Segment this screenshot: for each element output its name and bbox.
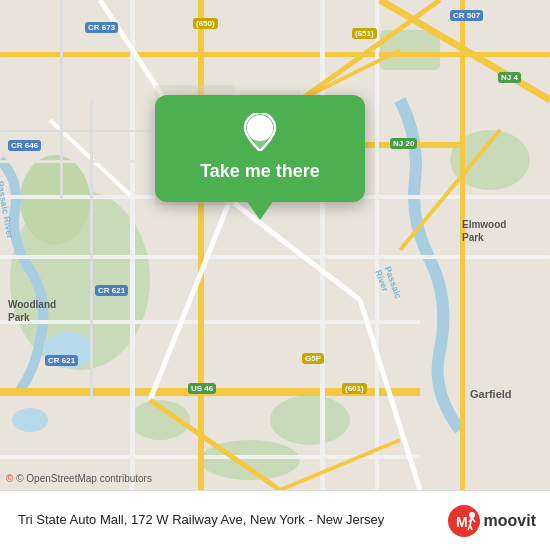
svg-text:M: M (456, 514, 468, 530)
svg-rect-13 (0, 255, 550, 259)
svg-rect-18 (320, 0, 325, 490)
address-text: Tri State Auto Mall, 172 W Railway Ave, … (18, 511, 448, 529)
svg-point-44 (469, 512, 475, 518)
svg-rect-17 (198, 0, 204, 490)
info-bar: Tri State Auto Mall, 172 W Railway Ave, … (0, 490, 550, 550)
svg-rect-36 (90, 100, 93, 400)
us46-badge: US 46 (188, 383, 216, 394)
location-popup[interactable]: Take me there (155, 95, 365, 202)
svg-point-2 (20, 155, 90, 245)
601-badge: (601) (342, 383, 367, 394)
svg-rect-35 (60, 0, 63, 200)
svg-rect-20 (375, 0, 379, 490)
svg-rect-34 (0, 130, 150, 132)
moovit-text: moovit (484, 512, 536, 530)
svg-point-9 (12, 408, 48, 432)
take-me-there-button[interactable]: Take me there (200, 161, 320, 182)
651-badge: (651) (352, 28, 377, 39)
osm-credit: © © OpenStreetMap contributors (6, 473, 152, 484)
map-svg (0, 0, 550, 490)
cr621-badge-2: CR 621 (45, 355, 78, 366)
cr621-badge-1: CR 621 (95, 285, 128, 296)
map-container[interactable]: CR 673 CR 507 CR 646 CR 621 CR 621 NJ 4 … (0, 0, 550, 490)
650-badge: (650) (193, 18, 218, 29)
pin-icon (241, 113, 279, 151)
cr673-badge: CR 673 (85, 22, 118, 33)
osm-logo: © (6, 473, 13, 484)
address-block: Tri State Auto Mall, 172 W Railway Ave, … (10, 511, 448, 529)
svg-point-41 (253, 121, 267, 135)
svg-rect-19 (130, 0, 135, 490)
svg-rect-15 (0, 320, 420, 324)
nj4-badge: NJ 4 (498, 72, 521, 83)
cr507-badge: CR 507 (450, 10, 483, 21)
svg-rect-21 (460, 0, 465, 490)
nj20-badge: NJ 20 (390, 138, 417, 149)
moovit-logo: M moovit (448, 505, 540, 537)
cr646-badge: CR 646 (8, 140, 41, 151)
svg-point-3 (270, 395, 350, 445)
g5p-badge: G5P (302, 353, 324, 364)
moovit-icon: M (448, 505, 480, 537)
